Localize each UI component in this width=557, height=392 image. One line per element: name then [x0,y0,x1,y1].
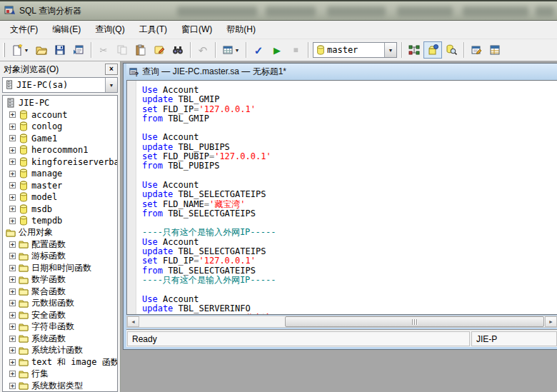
tree-item-公用对象[interactable]: 公用对象 [3,227,117,239]
tree-item-model[interactable]: +model [3,191,117,203]
save-button[interactable] [51,41,69,59]
object-browser-button[interactable] [423,41,442,59]
tree-item-msdb[interactable]: +msdb [3,203,117,216]
tree-item-元数据函数[interactable]: +元数据函数 [3,298,117,310]
tree-item-text 和 image 函数[interactable]: +text 和 image 函数 [3,356,117,368]
tree-item-系统统计函数[interactable]: +系统统计函数 [3,345,117,357]
sql-line-22 [142,285,557,294]
find-button[interactable] [169,41,187,59]
paste-button[interactable] [131,41,150,59]
sql-line-16: ----只有这个是输入外网IP----- [142,228,557,237]
menu-item-4[interactable]: 窗口(W) [174,21,219,39]
execute-mode-button[interactable]: ▼ [219,41,243,59]
open-file-button[interactable] [32,41,51,59]
menu-item-0[interactable]: 文件(F) [3,21,45,39]
tree-item-字符串函数[interactable]: +字符串函数 [3,321,117,333]
database-combo-dropdown[interactable]: ▼ [384,43,396,57]
expand-plus-icon[interactable]: + [9,194,16,201]
tree-item-manage[interactable]: +manage [3,168,117,180]
query-status-bar: Ready JIE-P [126,329,557,347]
folder-icon [19,346,29,356]
tree-item-游标函数[interactable]: +游标函数 [3,251,117,263]
folder-icon [19,310,29,320]
expand-plus-icon[interactable]: + [9,323,16,330]
expand-plus-icon[interactable]: + [9,253,16,259]
tree-item-系统函数[interactable]: +系统函数 [3,333,117,345]
tree-item-label: msdb [31,204,52,214]
tree-item-配置函数[interactable]: +配置函数 [3,238,117,251]
toolbar-separator [401,42,402,58]
toolbar-grip[interactable] [3,43,5,57]
tree-item-安全函数[interactable]: +安全函数 [3,309,117,321]
expand-plus-icon[interactable]: + [9,347,16,353]
connection-properties-button[interactable] [467,41,486,59]
menu-item-5[interactable]: 帮助(H) [219,21,263,39]
expand-plus-icon[interactable]: + [9,159,16,165]
scroll-right-icon[interactable]: ► [545,316,557,327]
horizontal-scrollbar[interactable]: ◄ ► [126,316,557,328]
tree-item-conlog[interactable]: +conlog [3,121,117,133]
tree-item-master[interactable]: +master [3,180,117,192]
scroll-left-icon[interactable]: ◄ [127,316,139,327]
expand-plus-icon[interactable]: + [9,383,16,389]
database-icon [19,145,29,155]
tree-item-行集[interactable]: +行集 [3,368,117,381]
expand-plus-icon[interactable]: + [9,300,16,306]
menu-item-2[interactable]: 查询(Q) [88,21,131,39]
tree-item-JIE-PC[interactable]: JIE-PC [3,97,117,109]
close-icon[interactable]: × [105,64,118,75]
sql-line-25: set FLD_SERVERNAME='藏宝湾' [142,313,557,314]
expand-plus-icon[interactable]: + [9,265,16,271]
connection-combo-dropdown[interactable]: ▼ [105,78,117,92]
scrollbar-thumb[interactable] [285,316,544,327]
expand-plus-icon[interactable]: + [9,124,16,130]
menu-item-1[interactable]: 编辑(E) [45,21,88,39]
chevron-down-icon: ▼ [235,48,240,53]
toolbar: ▼✂↶▼✓▶■ master ▼ [0,39,557,61]
expand-plus-icon[interactable]: + [9,218,16,224]
tree-item-tempdb[interactable]: +tempdb [3,215,117,227]
expand-plus-icon[interactable]: + [9,312,16,318]
sql-line-18: update TBL_SELECTGATEIPS [142,247,557,256]
scrollbar-track[interactable] [139,316,545,327]
tree-item-Game1[interactable]: +Game1 [3,133,117,145]
parse-query-button[interactable]: ✓ [249,41,268,59]
folder-icon [19,263,29,273]
expand-plus-icon[interactable]: + [9,336,16,342]
tree-item-label: herocommon1 [31,145,88,155]
database-combo[interactable]: master ▼ [313,42,397,58]
expand-plus-icon[interactable]: + [9,288,16,295]
expand-plus-icon[interactable]: + [9,171,16,177]
tree-item-系统数据类型[interactable]: +系统数据类型 [3,380,117,392]
expand-plus-icon[interactable]: + [9,147,16,154]
new-query-button[interactable]: ▼ [8,41,32,59]
sql-text[interactable]: Use Accountupdate TBL_GMIPset FLD_IP='12… [137,81,557,314]
expand-plus-icon[interactable]: + [9,241,16,248]
tree-item-聚合函数[interactable]: +聚合函数 [3,286,117,298]
expand-plus-icon[interactable]: + [9,206,16,212]
menu-item-3[interactable]: 工具(T) [132,21,174,39]
show-results-pane-button[interactable] [486,41,504,59]
tree-item-数学函数[interactable]: +数学函数 [3,274,117,286]
folder-icon [19,322,29,332]
connection-combo[interactable]: JIE-PC(sa) ▼ [2,77,118,93]
clear-window-button[interactable] [150,41,169,59]
expand-plus-icon[interactable]: + [9,182,16,189]
expand-plus-icon[interactable]: + [9,111,16,118]
database-icon [19,169,29,179]
sql-line-15 [142,218,557,228]
folder-icon [19,239,29,249]
expand-plus-icon[interactable]: + [9,359,16,366]
expand-plus-icon[interactable]: + [9,371,16,377]
tree-item-herocommon1[interactable]: +herocommon1 [3,144,117,156]
insert-template-button[interactable] [69,41,88,59]
expand-plus-icon[interactable]: + [9,135,16,141]
tree-item-日期和时间函数[interactable]: +日期和时间函数 [3,262,117,274]
tree-item-kingforeiserverbas[interactable]: +kingforeiserverbas [3,156,117,169]
sql-editor[interactable]: Use Accountupdate TBL_GMIPset FLD_IP='12… [126,80,557,315]
object-search-button[interactable] [442,41,461,59]
expand-plus-icon[interactable]: + [9,276,16,283]
tree-item-account[interactable]: +account [3,109,117,121]
show-execution-plan-button[interactable] [405,41,423,59]
execute-button[interactable]: ▶ [268,41,286,59]
